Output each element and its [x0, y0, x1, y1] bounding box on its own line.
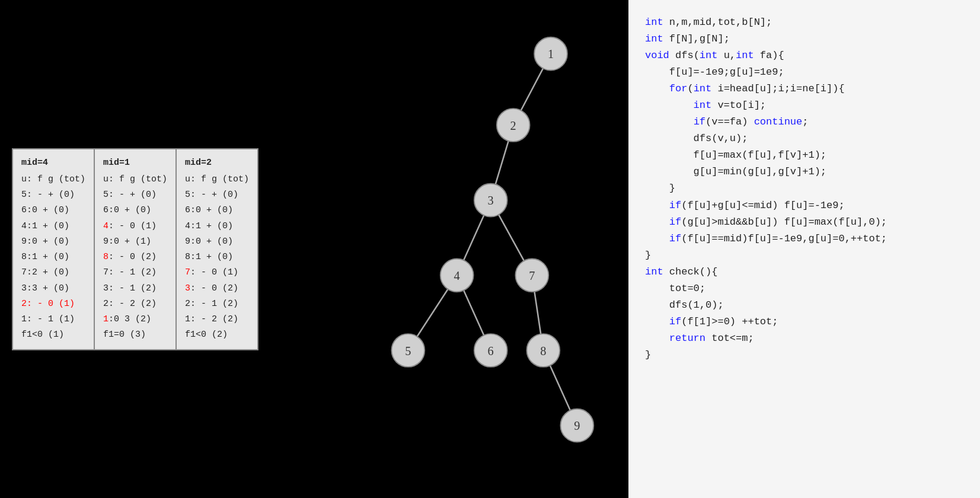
code-token	[645, 116, 694, 127]
code-token	[669, 50, 675, 61]
code-token: g[u]=min(g[u],g[v]+1);	[645, 166, 826, 177]
code-token: return	[669, 333, 706, 344]
table-row: 1: - 1 (1)	[21, 312, 85, 327]
table-row: 4:1 + (0)	[185, 219, 249, 234]
table-row: 2: - 0 (1)	[21, 296, 85, 312]
code-token: (g[u]>mid&&b[u]) f[u]=max(f[u],0);	[681, 216, 887, 228]
code-token: }	[645, 183, 675, 194]
code-token: n,m,mid,tot,b[N];	[663, 17, 772, 28]
code-token: tot=0;	[645, 283, 706, 294]
code-token: int	[700, 50, 718, 61]
col-header-1: mid=1	[103, 155, 167, 171]
code-token: i=head[u];i;i=ne[i]){	[711, 83, 844, 94]
table-row: 2: - 1 (2)	[185, 296, 249, 312]
tree-node-label-5: 5	[405, 344, 411, 357]
tree-node-label-9: 9	[574, 419, 580, 432]
tree-node-label-4: 4	[454, 269, 460, 282]
code-token: if	[694, 116, 706, 127]
table-row: 3:3 + (0)	[21, 281, 85, 296]
code-token: if	[669, 233, 681, 244]
tree-node-9: 9	[560, 409, 593, 442]
table-row: 7: - 1 (2)	[103, 265, 167, 280]
code-token: int	[645, 17, 663, 28]
code-token: dfs(1,0);	[645, 299, 724, 311]
code-line-10: g[u]=min(g[u],g[v]+1);	[645, 164, 966, 180]
code-token	[645, 233, 669, 244]
code-token: }	[645, 250, 651, 261]
code-token: v=to[i];	[711, 100, 766, 111]
tree-node-label-3: 3	[488, 194, 494, 207]
code-line-0: int n,m,mid,tot,b[N];	[645, 14, 966, 31]
tree-node-6: 6	[474, 334, 507, 367]
code-line-9: f[u]=max(f[u],f[v]+1);	[645, 147, 966, 164]
code-token: if	[669, 216, 681, 228]
tree-node-label-1: 1	[548, 47, 554, 60]
code-token: (f[u]+g[u]<=mid) f[u]=-1e9;	[681, 200, 844, 211]
code-token: void	[645, 50, 669, 61]
code-line-8: dfs(v,u);	[645, 130, 966, 147]
table-row: 6:0 + (0)	[185, 203, 249, 218]
col-header-2: mid=2	[185, 155, 249, 171]
table-row: 4:1 + (0)	[21, 219, 85, 234]
table-row: 5: - + (0)	[103, 187, 167, 203]
table-row: 7: - 0 (1)	[185, 265, 249, 280]
code-line-5: for(int i=head[u];i;i=ne[i]){	[645, 81, 966, 97]
left-panel: mid=4u: f g (tot)5: - + (0)6:0 + (0)4:1 …	[0, 0, 338, 498]
code-line-11: }	[645, 180, 966, 197]
code-token: fa){	[754, 50, 784, 61]
code-line-17: tot=0;	[645, 280, 966, 297]
table-row: 8:1 + (0)	[185, 250, 249, 265]
table-row: 4: - 0 (1)	[103, 219, 167, 234]
code-token	[645, 333, 669, 344]
table-row: 9:0 + (0)	[21, 234, 85, 250]
table-row: 2: - 2 (2)	[103, 296, 167, 312]
tree-node-4: 4	[440, 258, 474, 292]
code-token: for	[669, 83, 688, 94]
code-line-1: int f[N],g[N];	[645, 31, 966, 47]
code-token: }	[645, 349, 651, 360]
code-token: check(){	[663, 266, 718, 277]
tree-node-label-6: 6	[488, 344, 494, 357]
data-table: mid=4u: f g (tot)5: - + (0)6:0 + (0)4:1 …	[12, 148, 258, 350]
tree-node-1: 1	[534, 37, 567, 71]
code-token: if	[669, 200, 681, 211]
col-sub-2: u: f g (tot)	[185, 172, 249, 187]
table-row: 9:0 + (0)	[185, 234, 249, 250]
code-token: if	[669, 316, 681, 327]
code-token: int	[694, 83, 712, 94]
table-row: 3: - 1 (2)	[103, 281, 167, 296]
code-token: tot<=m;	[706, 333, 754, 344]
tree-node-8: 8	[526, 334, 560, 367]
table-row: 8:1 + (0)	[21, 250, 85, 265]
code-line-21: }	[645, 347, 966, 363]
code-line-6: int v=to[i];	[645, 97, 966, 114]
code-line-4: f[u]=-1e9;g[u]=1e9;	[645, 64, 966, 81]
table-row: 6:0 + (0)	[103, 203, 167, 218]
code-token	[645, 200, 669, 211]
table-row: 5: - + (0)	[185, 187, 249, 203]
code-line-3: void dfs(int u,int fa){	[645, 47, 966, 64]
code-token: u,	[717, 50, 736, 61]
code-token: f[u]=-1e9;g[u]=1e9;	[645, 66, 784, 78]
code-panel: int n,m,mid,tot,b[N];int f[N],g[N];void …	[628, 0, 980, 498]
code-token: ;	[802, 116, 808, 127]
table-col-0: mid=4u: f g (tot)5: - + (0)6:0 + (0)4:1 …	[13, 149, 95, 349]
table-row: 1:0 3 (2)	[103, 312, 167, 327]
code-token: (v==fa)	[706, 116, 754, 127]
code-token: dfs	[675, 50, 694, 61]
code-line-12: if(f[u]+g[u]<=mid) f[u]=-1e9;	[645, 197, 966, 214]
code-display: int n,m,mid,tot,b[N];int f[N],g[N];void …	[645, 14, 966, 363]
code-token: int	[736, 50, 754, 61]
code-token: continue	[754, 116, 803, 127]
tree-node-5: 5	[391, 334, 424, 367]
code-token: f[u]=max(f[u],f[v]+1);	[645, 149, 826, 161]
tree-node-2: 2	[497, 108, 530, 142]
code-line-16: int check(){	[645, 264, 966, 280]
col-sub-0: u: f g (tot)	[21, 172, 85, 187]
tree-node-7: 7	[515, 258, 548, 292]
code-line-18: dfs(1,0);	[645, 297, 966, 314]
code-token: f[N],g[N];	[663, 33, 730, 44]
code-token	[645, 83, 669, 94]
table-row: 7:2 + (0)	[21, 265, 85, 280]
code-line-20: return tot<=m;	[645, 330, 966, 347]
